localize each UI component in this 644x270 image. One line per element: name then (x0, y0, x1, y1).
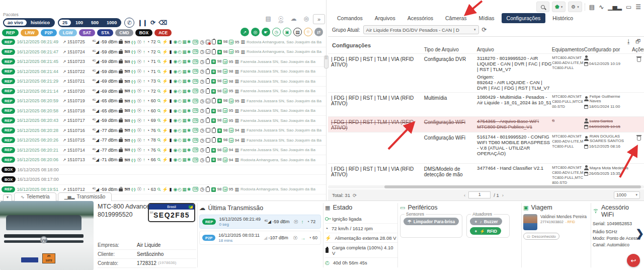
battery-icon: ▮ (170, 59, 172, 64)
tab-mídias[interactable]: Mídias (474, 13, 500, 23)
clipboard-filter-icon[interactable]: ▤ (293, 28, 302, 36)
collapse-panel-button[interactable]: » (313, 14, 325, 24)
hand-filter-icon[interactable]: ☛ (262, 28, 270, 36)
stopwatch-filter-icon[interactable]: ◷ (272, 28, 281, 36)
type-badge-p2p[interactable]: P2P (41, 29, 57, 36)
tab-acessórios[interactable]: Acessórios (403, 13, 438, 23)
type-badge-lrw[interactable]: LRW (21, 29, 38, 36)
phone-forward-button[interactable]: ✆ (124, 18, 134, 28)
type-badge-sat[interactable]: SAT (79, 29, 95, 36)
type-badge-sta[interactable]: STA (97, 29, 113, 36)
file-icon[interactable]: ▤ (265, 15, 271, 22)
count-option-25[interactable]: 25 (59, 20, 71, 26)
packet-row[interactable]: REP 16/12/2025 08:21:47 ↗ 1510724 4G◢ -5… (0, 47, 326, 57)
bottom-tab-transmissão[interactable]: ▁▅▂Transmissão (58, 192, 112, 201)
next-page-icon[interactable]: › (502, 192, 504, 198)
crosshair-icon[interactable]: ◎ (304, 15, 309, 22)
next-accessory-chevron[interactable]: ❯ (635, 227, 644, 239)
packet-row[interactable]: REP 16/12/2025 08:21:45 ↗ 1510723 4G◢ -5… (0, 57, 326, 67)
packet-row[interactable]: REP 16/12/2025 08:20:43 ↗ 1510717 4G◢ -5… (0, 116, 326, 126)
export-icon[interactable]: 🗗 (635, 38, 641, 44)
trash-icon[interactable] (637, 57, 641, 62)
ignition-key-icon: ⚲ (156, 157, 162, 163)
camera-icon[interactable]: ▭ (626, 4, 631, 11)
live-historic-toggle[interactable]: ao vivo histórico (3, 18, 55, 27)
count-option-1000[interactable]: 1000 (103, 20, 120, 26)
packet-row[interactable]: REP 16/12/2025 08:21:44 ↗ 1510722 4G◢ -5… (0, 67, 326, 77)
calendar-filter-icon[interactable]: ▣ (283, 28, 291, 36)
packet-row[interactable]: REP 16/12/2025 08:20:28 ↗ 1510716 4G◢ -7… (0, 126, 326, 136)
search-button[interactable] (536, 2, 549, 12)
config-row[interactable]: | FDG | RFD | RST | TLM | VIA (RFID ATIV… (328, 92, 644, 116)
packet-row[interactable]: REP 16/12/2025 08:21:49 ↗ 1510725 4G◢ -5… (0, 37, 326, 47)
settings-nodes-button[interactable]: ⚙▾ (568, 2, 582, 12)
tab-comandos[interactable]: Comandos (332, 13, 368, 23)
eraser-button[interactable]: ⌫ (158, 19, 167, 26)
divider (328, 36, 644, 37)
tab-histórico[interactable]: Histórico (547, 13, 578, 23)
collapse-bottom-tab[interactable]: ▾ (3, 194, 12, 201)
config-row[interactable]: | FDG | RFD | RST | TLM | VIA (RFID ATIV… (328, 53, 644, 92)
historic-toggle-off[interactable]: histórico (27, 20, 54, 26)
alarm-filter-icon[interactable]: ◎ (251, 28, 260, 36)
packet-row[interactable]: REP 16/12/2025 08:20:26 ↗ 1510715 4G◢ -7… (0, 136, 326, 146)
type-badge-ace[interactable]: ACE (154, 29, 172, 36)
battery-percent: B 98 (217, 128, 227, 133)
page-input[interactable]: 1 (468, 191, 491, 198)
tab-câmeras[interactable]: Câmeras (440, 13, 472, 23)
battery-icon: ▮ (170, 69, 172, 74)
telemetry-icon[interactable]: ∿ (599, 4, 604, 11)
count-option-500[interactable]: 500 (88, 20, 102, 26)
packet-row[interactable]: REP 16/12/2025 08:21:14 ↗ 1510720 4G◢ -6… (0, 87, 326, 97)
sensor-badge[interactable]: ☂Limpador Para-brisa (404, 218, 459, 225)
bar-chart-icon[interactable]: ▁▅▂ (608, 4, 622, 11)
config-row[interactable]: Configuração WiFi 5161744 - 8019995520 -… (328, 132, 644, 163)
tab-configurações[interactable]: Configurações (502, 13, 546, 23)
last-transmission-row[interactable]: P2P 16/12/2025 08:03:11 18 mins ◢ -107 d… (199, 231, 321, 245)
trash-icon[interactable] (637, 136, 641, 141)
footer-refresh-icon[interactable]: ⟳ (353, 192, 357, 198)
group-refresh-icon[interactable]: ⟳ (482, 26, 487, 33)
packet-row[interactable]: REP 16/12/2025 08:20:58 ↗ 1510718 4G◢ -6… (0, 106, 326, 116)
packet-row[interactable]: BOX 16/12/2025 08:17:00 (0, 175, 326, 185)
battery-icon: ▮ (170, 118, 172, 123)
tab-arquivos[interactable]: Arquivos (370, 13, 400, 23)
cloud-icon[interactable]: ☁ (291, 15, 297, 22)
transmission-ago: 18 mins (218, 238, 232, 243)
peripherals-panel: ▭ Periféricos Sensores ☂Limpador Para-br… (400, 204, 520, 238)
refresh-button[interactable]: ⟳ (150, 19, 155, 26)
packet-row[interactable]: BOX 16/12/2025 08:18:00 (0, 165, 326, 175)
type-badge-rep[interactable]: REP (2, 29, 19, 36)
back-fab-button[interactable]: ↩ (627, 254, 640, 267)
page-size-select[interactable]: 1000 ▾ (614, 191, 640, 199)
list-view-icon[interactable]: ▤ (589, 4, 595, 11)
count-option-100[interactable]: 100 (72, 20, 87, 26)
actuator-badge-rfid[interactable]: ⚬⚡RFID (470, 227, 501, 235)
pause-button[interactable]: ❙❙ (137, 19, 147, 26)
packet-row[interactable]: REP 16/12/2025 08:20:06 ↗ 1510713 4G◢ -7… (0, 155, 326, 165)
road-icon: ▥ (234, 118, 239, 123)
config-row[interactable]: | FDG | RFD | RST | TLM | VIA (RFID ATIV… (328, 116, 644, 132)
trend-filter-icon[interactable]: ↗ (240, 28, 249, 36)
lightbulb-filter-icon[interactable]: ⌾ (304, 28, 312, 36)
packet-row[interactable]: REP 16/12/2025 08:20:21 ↗ 1510714 4G◢ -7… (0, 146, 326, 156)
p2p-pin-icon[interactable]: ☉P2P (278, 15, 284, 22)
type-badge-cmd[interactable]: CMD (115, 29, 133, 36)
bottom-tab-telemetria[interactable]: ∿Telemetria (14, 192, 56, 201)
hamburger-menu-icon[interactable]: ☰ (635, 4, 641, 11)
packet-row[interactable]: REP 16/12/2025 08:20:59 ↗ 1510719 4G◢ -6… (0, 96, 326, 106)
tag-button[interactable]: ⬟▾ (552, 2, 566, 12)
shuffle-filter-icon[interactable]: ⇄ (314, 28, 323, 36)
scrollbar-thumb[interactable] (384, 185, 641, 188)
last-transmission-row[interactable]: REP 16/12/2025 08:21:49 0 seg 4G◢ -59 dB… (199, 215, 321, 229)
packet-count-selector[interactable]: 251005001000 (58, 18, 121, 27)
prev-page-icon[interactable]: ‹ (464, 192, 465, 198)
download-icon[interactable]: ⭳ (626, 38, 631, 44)
packet-row[interactable]: REP 16/12/2025 08:21:29 ↗ 1510721 4G◢ -6… (0, 77, 326, 87)
horizontal-scrollbar[interactable] (328, 185, 644, 188)
group-select[interactable]: Air Liquide Frota DG/DV Pesados - CAN | … (363, 25, 479, 34)
actuator-badge-buzzer[interactable]: ⚬♪Buzzer (470, 218, 502, 225)
type-badge-lgw[interactable]: LGW (59, 29, 77, 36)
live-toggle-on[interactable]: ao vivo (4, 20, 27, 26)
type-badge-box[interactable]: BOX (135, 29, 152, 36)
